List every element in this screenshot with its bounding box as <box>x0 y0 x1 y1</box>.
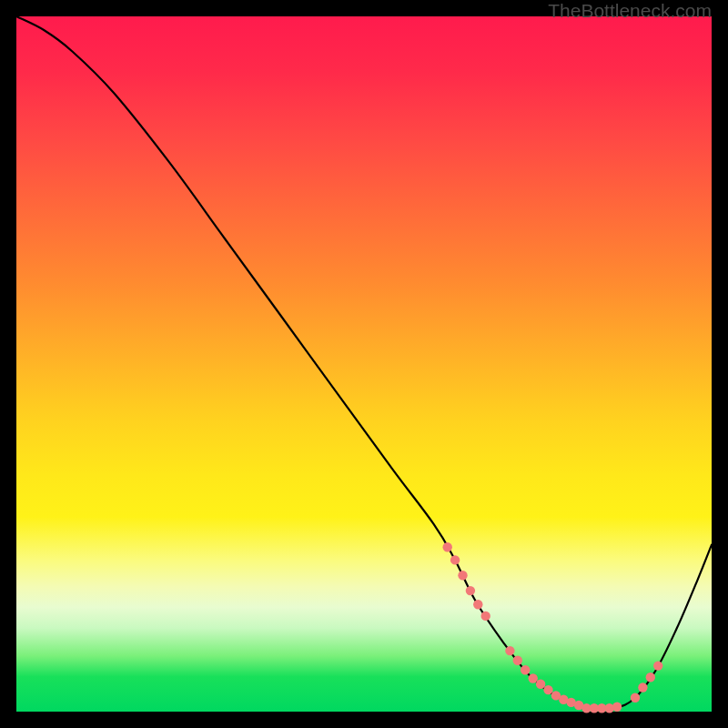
curve-dot <box>612 703 622 712</box>
bottleneck-curve <box>16 16 712 710</box>
curve-dot <box>536 680 545 689</box>
curve-dot <box>513 656 522 665</box>
curve-dot <box>653 661 662 670</box>
curve-dot <box>473 600 482 609</box>
curve-dot <box>543 685 552 694</box>
plot-area <box>16 16 712 712</box>
curve-dot <box>505 646 514 655</box>
curve-dots <box>443 542 663 713</box>
curve-dot <box>458 571 467 580</box>
curve-dot <box>529 673 538 682</box>
curve-svg <box>16 16 712 712</box>
curve-dot <box>631 693 640 703</box>
chart-stage: TheBottleneck.com <box>0 0 728 728</box>
curve-dot <box>450 555 460 564</box>
curve-dot <box>521 665 530 674</box>
curve-dot <box>638 682 647 692</box>
curve-dot <box>443 542 452 551</box>
curve-dot <box>481 612 490 621</box>
curve-dot <box>646 672 655 682</box>
watermark-text: TheBottleneck.com <box>548 0 712 22</box>
curve-dot <box>466 586 475 595</box>
